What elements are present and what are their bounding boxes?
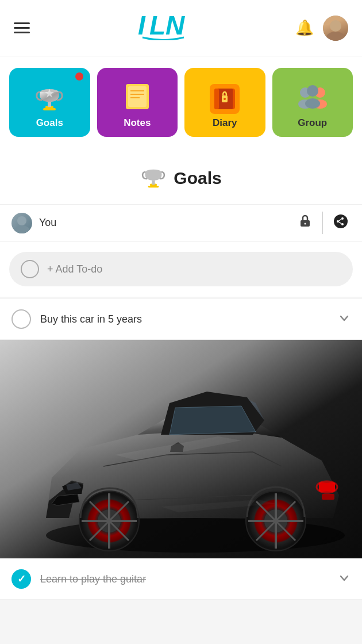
svg-rect-27 xyxy=(148,186,159,187)
section-header: Goals xyxy=(0,148,362,204)
tile-goals-label: Goals xyxy=(36,117,63,129)
chevron-down-icon-2 xyxy=(338,572,351,587)
svg-point-31 xyxy=(14,225,29,233)
add-todo-section: + Add To-do xyxy=(0,241,362,297)
svg-point-37 xyxy=(341,223,344,225)
completed-goal-section: Learn to play the guitar xyxy=(0,558,362,600)
svg-rect-44 xyxy=(319,482,335,492)
app-header: I L N 🔔 xyxy=(0,0,362,56)
svg-text:L: L xyxy=(149,10,165,40)
goal-checkbox-2[interactable] xyxy=(11,569,31,589)
note-icon xyxy=(122,82,152,114)
notification-dot xyxy=(75,72,83,80)
svg-text:I: I xyxy=(138,10,146,40)
header-actions: 🔔 xyxy=(295,16,348,41)
trophy-icon xyxy=(34,80,65,114)
car-image xyxy=(0,340,362,558)
action-divider xyxy=(322,212,323,234)
app-logo: I L N xyxy=(137,10,188,45)
section-trophy-icon xyxy=(140,162,167,194)
section-title: Goals xyxy=(174,168,221,188)
add-todo-bar[interactable]: + Add To-do xyxy=(9,252,353,286)
tile-notes[interactable]: Notes xyxy=(97,68,178,137)
tile-goals[interactable]: Goals xyxy=(9,68,90,137)
svg-point-33 xyxy=(305,223,306,225)
lock-button[interactable] xyxy=(296,212,314,234)
goal-text-2: Learn to play the guitar xyxy=(40,573,338,585)
tile-notes-label: Notes xyxy=(124,117,151,129)
bell-icon[interactable]: 🔔 xyxy=(295,19,314,37)
user-row: You xyxy=(0,204,362,241)
svg-rect-11 xyxy=(128,86,147,107)
svg-point-3 xyxy=(330,20,341,32)
chevron-down-icon-1 xyxy=(338,312,351,327)
svg-point-36 xyxy=(341,217,344,220)
svg-rect-17 xyxy=(214,89,219,109)
user-name: You xyxy=(39,217,296,229)
tile-group[interactable]: Group xyxy=(272,68,353,137)
goals-list: Buy this car in 5 years xyxy=(0,299,362,340)
goal-text-1: Buy this car in 5 years xyxy=(40,313,338,325)
user-avatar xyxy=(11,213,32,233)
svg-rect-7 xyxy=(48,102,51,107)
svg-point-35 xyxy=(337,220,339,223)
tile-diary[interactable]: Diary xyxy=(184,68,265,137)
svg-point-25 xyxy=(305,98,320,109)
svg-rect-6 xyxy=(43,108,56,110)
tile-diary-label: Diary xyxy=(213,117,237,129)
share-button[interactable] xyxy=(331,212,351,234)
svg-point-30 xyxy=(17,216,26,225)
nav-tiles: Goals Notes xyxy=(0,56,362,148)
svg-text:N: N xyxy=(165,10,185,40)
tile-group-label: Group xyxy=(298,117,327,129)
goal-checkbox-1[interactable] xyxy=(11,309,31,329)
svg-point-19 xyxy=(224,98,226,100)
svg-point-34 xyxy=(334,214,348,228)
svg-point-4 xyxy=(326,32,345,41)
diary-icon xyxy=(210,84,240,114)
todo-circle xyxy=(21,260,39,278)
hamburger-menu[interactable] xyxy=(14,22,30,33)
user-actions xyxy=(296,212,351,234)
svg-rect-28 xyxy=(152,181,155,185)
group-icon xyxy=(297,82,328,114)
avatar[interactable] xyxy=(323,16,348,41)
svg-point-24 xyxy=(307,85,318,97)
goal-item-1[interactable]: Buy this car in 5 years xyxy=(0,299,362,340)
add-todo-text: + Add To-do xyxy=(47,263,102,275)
goal-item-2[interactable]: Learn to play the guitar xyxy=(0,559,362,600)
svg-rect-46 xyxy=(322,494,334,500)
